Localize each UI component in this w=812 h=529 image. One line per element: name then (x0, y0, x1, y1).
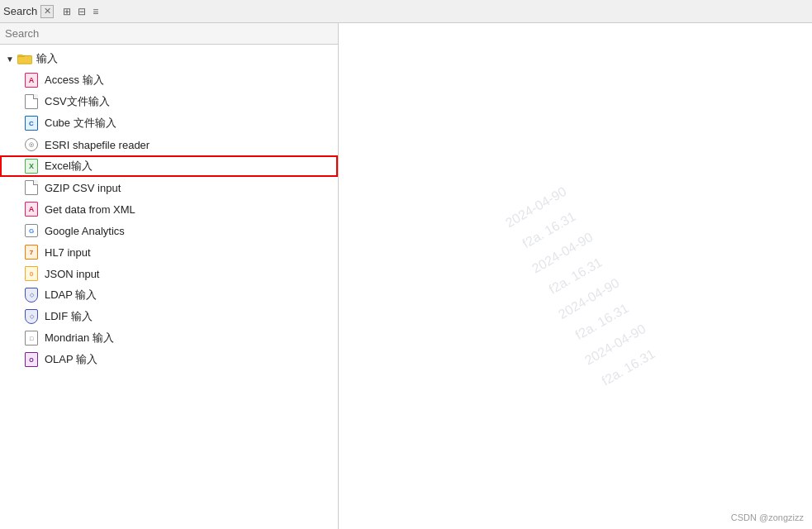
doc-file-icon (25, 94, 38, 109)
hl7-file-icon: 7 (25, 245, 38, 260)
tree-item-gzip[interactable]: GZIP CSV input (0, 177, 338, 198)
tree-item-label-esri: ESRI shapefile reader (45, 139, 150, 151)
tree-item-hl7[interactable]: 7HL7 input (0, 241, 338, 263)
tree-item-label-xml: Get data from XML (45, 203, 135, 216)
minus-icon[interactable]: ⊟ (75, 5, 88, 18)
search-close-button[interactable]: ✕ (40, 5, 54, 18)
esri-file-icon: ◎ (25, 138, 38, 151)
toolbar: Search ✕ ⊞ ⊟ ≡ (0, 0, 812, 23)
tree-item-cube[interactable]: CCube 文件输入 (0, 112, 338, 134)
tree-item-xml[interactable]: AGet data from XML (0, 198, 338, 220)
tree-item-label-excel: Excel输入 (45, 159, 93, 174)
access-file-icon: A (25, 202, 38, 217)
tree-item-esri[interactable]: ◎ESRI shapefile reader (0, 134, 338, 155)
left-panel: ▼ 输入 AAccess 输入CSV文件输入CCube 文件输入◎ESRI sh… (0, 23, 339, 529)
expand-icon: ▼ (3, 52, 17, 65)
menu-icon[interactable]: ≡ (90, 5, 101, 18)
root-folder-label: 输入 (36, 51, 58, 66)
olap-file-icon: O (25, 352, 38, 367)
tree-item-label-gzip: GZIP CSV input (45, 182, 121, 194)
tree-item-label-csv: CSV文件输入 (45, 94, 110, 109)
search-input[interactable] (5, 27, 333, 40)
watermark-text: 2024-04-90f2a. 16.312024-04-90f2a. 16.31… (487, 156, 664, 396)
tree-item-label-mondrian: Mondrian 输入 (45, 331, 114, 346)
folder-icon (17, 52, 33, 65)
grid-icon[interactable]: ⊞ (60, 5, 74, 18)
tree-item-label-access: Access 输入 (45, 73, 104, 88)
access-file-icon: A (25, 73, 38, 88)
watermark: 2024-04-90f2a. 16.312024-04-90f2a. 16.31… (339, 23, 812, 529)
tree-item-ldif[interactable]: ◇LDIF 输入 (0, 306, 338, 327)
tree-item-label-hl7: HL7 input (45, 246, 91, 259)
tree-items-list: AAccess 输入CSV文件输入CCube 文件输入◎ESRI shapefi… (0, 69, 338, 370)
right-panel: 2024-04-90f2a. 16.312024-04-90f2a. 16.31… (339, 23, 812, 529)
tree-item-label-ldap: LDAP 输入 (45, 288, 97, 303)
tree-item-access[interactable]: AAccess 输入 (0, 69, 338, 91)
doc-file-icon (25, 180, 38, 195)
main-content: ▼ 输入 AAccess 输入CSV文件输入CCube 文件输入◎ESRI sh… (0, 23, 812, 529)
tree-item-google[interactable]: GGoogle Analytics (0, 220, 338, 241)
tree-item-olap[interactable]: OOLAP 输入 (0, 349, 338, 370)
cube-file-icon: C (25, 116, 38, 131)
tree-root: ▼ 输入 AAccess 输入CSV文件输入CCube 文件输入◎ESRI sh… (0, 45, 338, 374)
svg-rect-0 (17, 56, 32, 64)
excel-file-icon: X (25, 159, 38, 174)
tree-root-folder[interactable]: ▼ 输入 (0, 48, 338, 69)
shield-file-icon: ◇ (25, 309, 38, 324)
tree-item-ldap[interactable]: ◇LDAP 输入 (0, 284, 338, 306)
tree-item-excel[interactable]: XExcel输入 (0, 155, 338, 177)
json-file-icon: {} (25, 266, 38, 281)
tree-item-label-json: JSON input (45, 268, 99, 280)
tree-item-mondrian[interactable]: □Mondrian 输入 (0, 327, 338, 349)
tree-item-label-ldif: LDIF 输入 (45, 309, 93, 324)
toolbar-right-icons: ⊞ ⊟ ≡ (60, 5, 101, 18)
tree-item-label-google: Google Analytics (45, 225, 125, 237)
credit-text: CSDN @zongzizz (731, 512, 804, 522)
tree-item-json[interactable]: {}JSON input (0, 263, 338, 284)
search-bar (0, 23, 338, 45)
tree-item-label-cube: Cube 文件输入 (45, 116, 116, 131)
shield-file-icon: ◇ (25, 288, 38, 303)
search-label: Search (3, 5, 37, 17)
google-file-icon: G (25, 224, 38, 237)
tree-item-csv[interactable]: CSV文件输入 (0, 91, 338, 112)
tree-panel[interactable]: ▼ 输入 AAccess 输入CSV文件输入CCube 文件输入◎ESRI sh… (0, 45, 338, 529)
mondrian-file-icon: □ (25, 331, 38, 346)
tree-item-label-olap: OLAP 输入 (45, 352, 97, 367)
